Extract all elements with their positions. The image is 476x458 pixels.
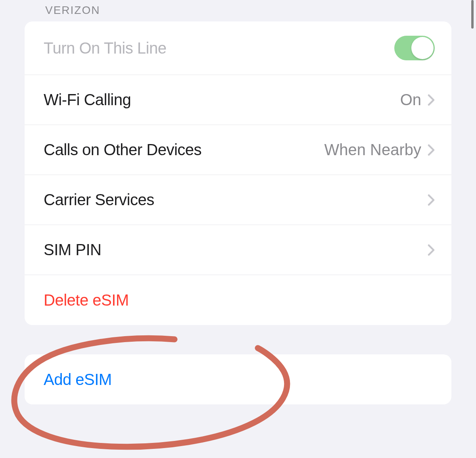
row-right: On	[400, 91, 435, 109]
settings-group-add-esim: Add eSIM	[25, 354, 451, 404]
row-label-wifi-calling: Wi-Fi Calling	[44, 91, 131, 109]
section-header-verizon: VERIZON	[0, 0, 476, 21]
row-right: When Nearby	[324, 141, 435, 159]
row-label-delete-esim: Delete eSIM	[44, 291, 129, 309]
row-carrier-services[interactable]: Carrier Services	[25, 175, 451, 225]
row-value-wifi-calling: On	[400, 91, 421, 109]
row-wifi-calling[interactable]: Wi-Fi Calling On	[25, 75, 451, 125]
row-right	[428, 194, 435, 206]
row-calls-other-devices[interactable]: Calls on Other Devices When Nearby	[25, 125, 451, 175]
row-delete-esim[interactable]: Delete eSIM	[25, 275, 451, 325]
row-label-sim-pin: SIM PIN	[44, 241, 101, 259]
chevron-right-icon	[428, 94, 435, 106]
scrollbar[interactable]	[471, 0, 474, 29]
row-label-carrier-services: Carrier Services	[44, 191, 154, 209]
toggle-knob	[411, 37, 434, 59]
row-add-esim[interactable]: Add eSIM	[25, 354, 451, 404]
row-label-calls-other-devices: Calls on Other Devices	[44, 141, 202, 159]
chevron-right-icon	[428, 244, 435, 256]
settings-group-verizon: Turn On This Line Wi-Fi Calling On Calls…	[25, 21, 451, 325]
chevron-right-icon	[428, 194, 435, 206]
row-right	[428, 244, 435, 256]
group-spacer	[0, 325, 476, 354]
row-label-turn-on-line: Turn On This Line	[44, 39, 166, 57]
chevron-right-icon	[428, 144, 435, 156]
row-turn-on-this-line[interactable]: Turn On This Line	[25, 21, 451, 75]
row-value-calls-other-devices: When Nearby	[324, 141, 421, 159]
toggle-turn-on-line[interactable]	[394, 36, 435, 60]
row-label-add-esim: Add eSIM	[44, 371, 112, 389]
row-sim-pin[interactable]: SIM PIN	[25, 225, 451, 275]
